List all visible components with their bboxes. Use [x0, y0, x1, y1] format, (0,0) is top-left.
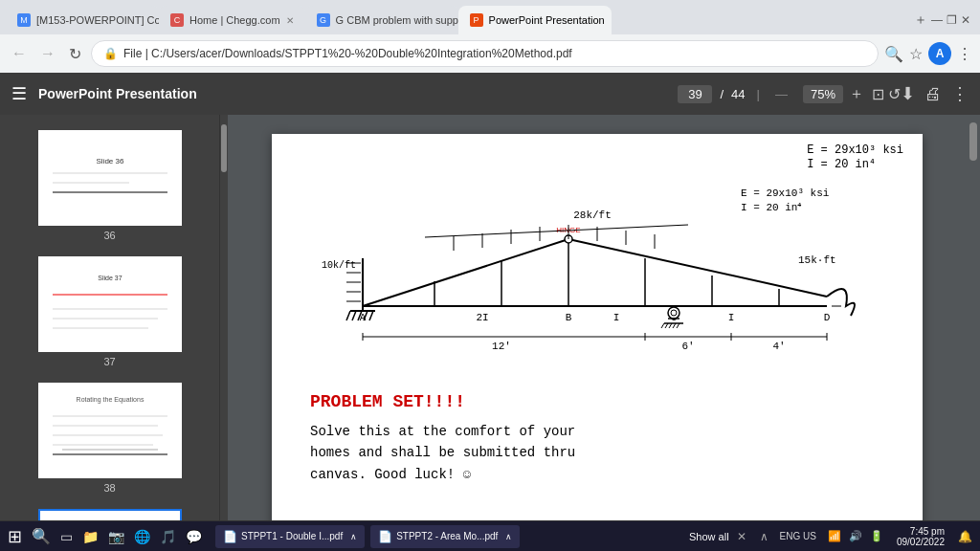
new-tab-button[interactable]: ＋ — [914, 11, 927, 29]
back-button[interactable]: ← — [8, 41, 31, 66]
more-options-icon[interactable]: ⋮ — [957, 45, 972, 63]
divider2: — — [775, 87, 788, 101]
search-button[interactable]: 🔍 — [32, 527, 51, 545]
tab-close[interactable]: ✕ — [611, 15, 612, 26]
divider: | — [757, 87, 760, 101]
sidebar-scrollbar[interactable] — [220, 115, 228, 520]
svg-text:15k·ft: 15k·ft — [798, 254, 836, 266]
battery-icon: 🔋 — [870, 530, 883, 542]
tab-powerpoint[interactable]: P PowerPoint Presentation ✕ — [458, 6, 612, 34]
clock-display: 7:45 pm 09/02/2022 — [897, 526, 945, 547]
tab-favicon: M — [17, 13, 31, 27]
search-browser-icon[interactable]: 🔍 — [884, 45, 903, 63]
tab-favicon: G — [317, 13, 330, 27]
fit-page-button[interactable]: ⊡ — [872, 85, 884, 103]
lock-icon: 🔒 — [103, 47, 118, 60]
svg-text:A: A — [360, 312, 367, 323]
forward-button[interactable]: → — [36, 41, 59, 66]
sidebar-scrollbar-thumb — [221, 124, 227, 172]
volume-icon: 🔊 — [849, 530, 862, 542]
thumb-box-39: PROBLEM SET! Solve at comfort of homes — [38, 509, 182, 520]
download-button[interactable]: ⬇ — [901, 83, 915, 104]
svg-text:Slide 37: Slide 37 — [98, 275, 122, 281]
taskbar-right: Show all ✕ ∧ ENG US 📶 🔊 🔋 7:45 pm 09/02/… — [689, 526, 972, 547]
rotate-button[interactable]: ↺ — [888, 85, 901, 103]
thumb-label-36: 36 — [103, 230, 115, 241]
tab-label: PowerPoint Presentation — [489, 14, 605, 26]
tab-chegg[interactable]: C Home | Chegg.com ✕ — [159, 6, 305, 34]
svg-text:I: I — [613, 312, 620, 323]
problem-line3: canvas. Good luck! ☺ — [310, 467, 471, 482]
structural-diagram: A 2I B I C I D HINGE — [310, 163, 884, 373]
svg-text:6′: 6′ — [681, 341, 694, 352]
viewer-area: Slide 36 36 Slide 37 37 — [0, 115, 980, 520]
zoom-value[interactable]: 75% — [803, 85, 843, 103]
svg-line-33 — [363, 239, 568, 306]
pdf-right-tools: ⬇ 🖨 ⋮ — [901, 83, 969, 104]
wifi-icon: 📶 — [828, 530, 841, 542]
tab-cbm[interactable]: G G CBM problem with support - Go... ✕ — [305, 6, 458, 34]
tab-m153[interactable]: M [M153-POWERPOINT] Conjugate... ✕ — [6, 6, 159, 34]
svg-line-54 — [661, 323, 664, 328]
taskbar-file-stppt1[interactable]: 📄 STPPT1 - Double I...pdf ∧ — [215, 525, 365, 548]
svg-point-51 — [671, 310, 677, 316]
file-icon-2: 📄 — [378, 530, 392, 543]
lang-display: ENG US — [780, 531, 816, 541]
minimize-button[interactable]: — — [931, 13, 943, 27]
thumbnail-37[interactable]: Slide 37 37 — [0, 249, 219, 375]
svg-text:4′: 4′ — [772, 341, 785, 352]
maximize-button[interactable]: ❐ — [947, 13, 957, 27]
thumbnail-38[interactable]: Rotating the Equations 38 — [0, 375, 219, 501]
thumb-image-39: PROBLEM SET! Solve at comfort of homes — [43, 514, 177, 520]
svg-text:10k/ft: 10k/ft — [322, 260, 356, 271]
browser-taskbar-button[interactable]: 🌐 — [134, 529, 150, 544]
tab-label: Home | Chegg.com — [189, 14, 280, 26]
zoom-in-button[interactable]: ＋ — [849, 84, 864, 104]
url-input[interactable]: 🔒 File | C:/Users/acer/Downloads/STPPT1%… — [91, 40, 879, 67]
problem-set-title: PROBLEM SET!!!! — [310, 392, 884, 411]
user-avatar[interactable]: A — [928, 42, 951, 65]
start-button[interactable]: ⊞ — [8, 526, 22, 547]
task-view-button[interactable]: ▭ — [60, 529, 73, 544]
page-content-area: E = 29x10³ ksi I = 20 in⁴ — [272, 134, 923, 520]
page-scrollbar-thumb — [969, 122, 977, 161]
e-value: E = 29x10³ ksi — [807, 143, 903, 157]
spotify-button[interactable]: 🎵 — [160, 529, 176, 544]
tab-bar: M [M153-POWERPOINT] Conjugate... ✕ C Hom… — [0, 0, 980, 34]
thumb-box-36: Slide 36 — [38, 130, 182, 226]
reload-button[interactable]: ↻ — [65, 41, 85, 67]
print-button[interactable]: 🖨 — [924, 84, 942, 104]
file-icon-1: 📄 — [223, 530, 237, 543]
taskbar-file-stppt2[interactable]: 📄 STPPT2 - Area Mo...pdf ∧ — [370, 525, 520, 548]
close-button[interactable]: ✕ — [961, 13, 970, 27]
thumb-box-38: Rotating the Equations — [38, 383, 182, 478]
more-tools-button[interactable]: ⋮ — [951, 83, 969, 104]
thumbnail-39[interactable]: PROBLEM SET! Solve at comfort of homes 3… — [0, 501, 219, 520]
messenger-button[interactable]: 💬 — [186, 529, 202, 544]
file-explorer-button[interactable]: 📁 — [82, 529, 99, 544]
tab-favicon: P — [470, 13, 483, 27]
notifications-button[interactable]: 🔔 — [958, 530, 972, 543]
tab-close[interactable]: ✕ — [286, 15, 294, 26]
page-controls: / 44 | — — [678, 85, 791, 103]
page-scrollbar[interactable] — [967, 115, 980, 520]
show-all-button[interactable]: Show all — [689, 531, 729, 542]
date-text: 09/02/2022 — [897, 537, 945, 547]
svg-text:12′: 12′ — [492, 341, 511, 352]
svg-rect-0 — [43, 135, 177, 221]
page-number-input[interactable] — [678, 85, 712, 103]
thumb-image-38: Rotating the Equations — [43, 387, 177, 474]
camera-app-button[interactable]: 📷 — [108, 529, 124, 544]
svg-text:E = 29x10³ ksi: E = 29x10³ ksi — [741, 187, 830, 199]
total-pages: 44 — [731, 87, 745, 101]
thumb-image-37: Slide 37 — [43, 261, 177, 347]
star-icon[interactable]: ☆ — [909, 45, 923, 63]
taskbar-file1-caret: ∧ — [350, 532, 357, 541]
taskbar-close-button[interactable]: ✕ — [737, 530, 746, 543]
thumb-label-37: 37 — [103, 356, 115, 367]
svg-text:Slide 36: Slide 36 — [96, 157, 123, 165]
time-text: 7:45 pm — [897, 526, 945, 537]
thumbnail-36[interactable]: Slide 36 36 — [0, 122, 219, 249]
sys-tray-icons[interactable]: ∧ — [760, 530, 768, 543]
sidebar-toggle-button[interactable]: ☰ — [11, 83, 27, 104]
